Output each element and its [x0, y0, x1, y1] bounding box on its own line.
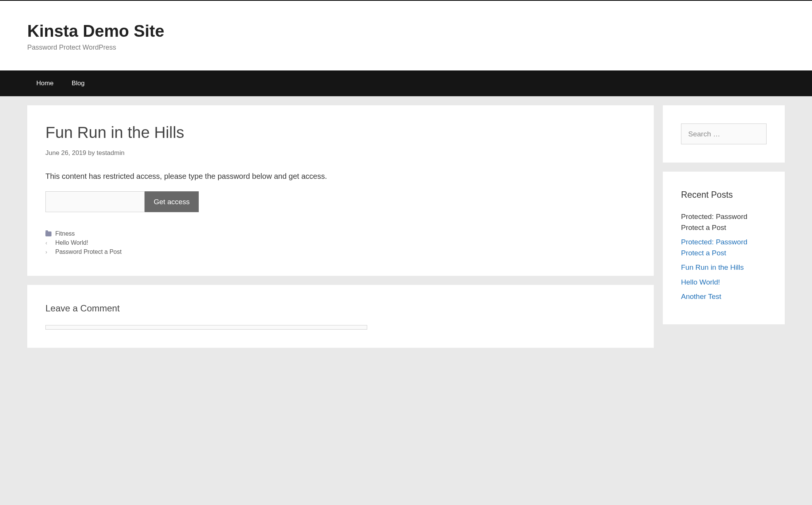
- site-tagline: Password Protect WordPress: [27, 44, 785, 52]
- get-access-button[interactable]: Get access: [145, 191, 199, 212]
- search-widget: [663, 105, 785, 163]
- recent-post-link[interactable]: Protected: Password Protect a Post: [681, 238, 747, 257]
- chevron-right-icon: ›: [45, 249, 51, 255]
- nav-item-blog[interactable]: Blog: [62, 70, 94, 96]
- post-date: June 26, 2019: [45, 149, 86, 156]
- recent-post-link[interactable]: Protected: Password Protect a Post: [681, 213, 747, 231]
- recent-posts-widget: Recent Posts Protected: Password Protect…: [663, 172, 785, 324]
- search-input[interactable]: [681, 124, 767, 144]
- post-by-text: by: [88, 149, 95, 156]
- chevron-left-icon: ‹: [45, 240, 51, 246]
- recent-post-link[interactable]: Another Test: [681, 292, 721, 300]
- sidebar: Recent Posts Protected: Password Protect…: [663, 105, 785, 348]
- primary-nav: Home Blog: [0, 70, 812, 96]
- nav-item-home[interactable]: Home: [27, 70, 62, 96]
- post-title: Fun Run in the Hills: [45, 124, 636, 142]
- comment-title: Leave a Comment: [45, 303, 636, 314]
- site-title[interactable]: Kinsta Demo Site: [27, 22, 785, 41]
- folder-icon: [45, 231, 51, 236]
- post-article: Fun Run in the Hills June 26, 2019 by te…: [27, 105, 654, 276]
- recent-posts-title: Recent Posts: [681, 190, 767, 200]
- next-post-link[interactable]: Password Protect a Post: [55, 249, 122, 255]
- recent-post-link[interactable]: Hello World!: [681, 278, 720, 286]
- post-author-link[interactable]: testadmin: [97, 149, 125, 156]
- restricted-message: This content has restricted access, plea…: [45, 172, 636, 181]
- comment-section: Leave a Comment: [27, 285, 654, 348]
- post-meta: June 26, 2019 by testadmin: [45, 149, 636, 157]
- comment-textarea[interactable]: [45, 325, 367, 330]
- prev-post-link[interactable]: Hello World!: [55, 239, 88, 246]
- site-header: Kinsta Demo Site Password Protect WordPr…: [0, 0, 812, 70]
- category-link[interactable]: Fitness: [55, 230, 75, 237]
- recent-post-link[interactable]: Fun Run in the Hills: [681, 263, 744, 271]
- password-form: Get access: [45, 191, 636, 212]
- password-input[interactable]: [45, 191, 145, 212]
